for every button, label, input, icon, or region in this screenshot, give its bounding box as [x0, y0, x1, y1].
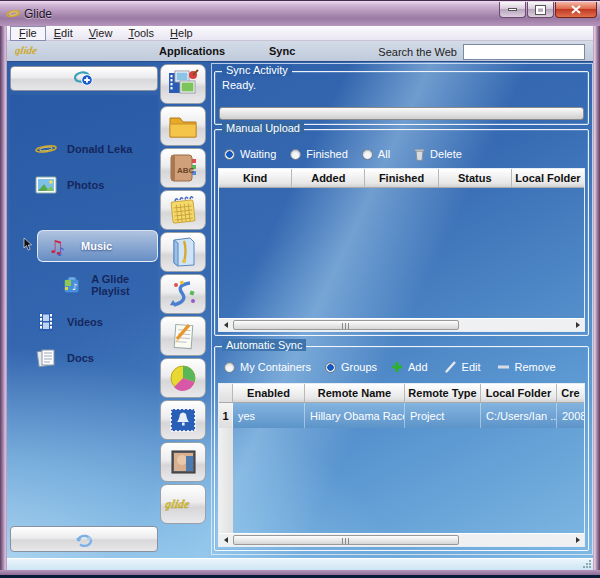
window-title: Glide — [24, 7, 52, 21]
resize-grip[interactable] — [583, 560, 591, 568]
column-header[interactable]: Finished — [365, 169, 438, 187]
manual-upload-title: Manual Upload — [222, 122, 304, 134]
application-icon-toolbar: ABC — [160, 64, 208, 526]
close-button[interactable] — [555, 2, 597, 18]
add-container-button[interactable] — [10, 66, 158, 91]
column-header[interactable]: Added — [292, 169, 365, 187]
status-bar — [7, 558, 593, 570]
radio-all[interactable] — [362, 149, 373, 160]
column-header[interactable]: Remote Type — [405, 384, 481, 402]
menu-view[interactable]: View — [81, 27, 121, 40]
window-border-left — [0, 26, 7, 575]
column-header[interactable]: Local Folder — [481, 384, 557, 402]
journal-icon — [169, 237, 197, 267]
remove-label: Remove — [515, 361, 556, 373]
plus-icon — [391, 361, 403, 373]
column-header[interactable]: Cre — [557, 384, 584, 402]
column-header[interactable]: Status — [439, 169, 512, 187]
main-area: Donald Leka Photos ♫ — [7, 62, 593, 558]
close-icon — [571, 5, 581, 14]
sync-app-button[interactable] — [160, 274, 206, 314]
radio-waiting-label: Waiting — [240, 148, 276, 160]
media-collage-button[interactable] — [160, 64, 206, 104]
manual-upload-header: Kind Added Finished Status Local Folder — [219, 169, 584, 188]
column-header[interactable]: Enabled — [233, 384, 305, 402]
manual-upload-body — [219, 188, 584, 318]
column-header[interactable]: Remote Name — [305, 384, 405, 402]
sync-now-button[interactable] — [10, 526, 158, 552]
automatic-sync-hscrollbar[interactable] — [219, 533, 584, 546]
add-circle-icon — [74, 71, 94, 86]
sidebar-item-label: Docs — [67, 352, 94, 364]
sidebar-item-playlist[interactable]: ♪ A Glide Playlist — [10, 269, 158, 301]
scrollbar-thumb[interactable] — [233, 535, 459, 545]
sidebar-item-videos[interactable]: Videos — [10, 306, 158, 338]
pie-chart-icon — [168, 364, 198, 392]
delete-label: Delete — [430, 148, 462, 160]
column-header[interactable]: Kind — [219, 169, 292, 187]
title-bar[interactable]: Glide — [0, 0, 600, 26]
delete-button[interactable]: Delete — [414, 148, 462, 161]
contacts-button[interactable]: ABC — [160, 148, 206, 188]
scroll-right-icon[interactable] — [571, 319, 584, 331]
edit-button[interactable]: Edit — [444, 361, 481, 373]
sidebar-item-docs[interactable]: Docs — [10, 342, 158, 374]
glide-logo-icon: glide — [165, 496, 201, 512]
add-button[interactable]: Add — [391, 361, 428, 373]
minimize-button[interactable] — [499, 2, 526, 18]
created-cell: 2008-05 — [557, 403, 584, 428]
search-input[interactable] — [463, 44, 585, 60]
photo-frame-icon — [168, 448, 198, 476]
menu-file[interactable]: File — [10, 26, 46, 41]
journal-button[interactable] — [160, 232, 206, 272]
radio-waiting[interactable] — [224, 149, 235, 160]
manual-upload-hscrollbar[interactable] — [219, 318, 584, 331]
radio-groups[interactable] — [325, 362, 336, 373]
scroll-left-icon[interactable] — [219, 319, 232, 331]
files-button[interactable] — [160, 106, 206, 146]
menu-tools[interactable]: Tools — [120, 27, 162, 40]
sync-progress-bar — [219, 107, 584, 120]
remote-type-cell: Project — [405, 403, 481, 428]
menu-edit[interactable]: Edit — [46, 27, 81, 40]
glide-home-button[interactable]: glide — [160, 484, 206, 524]
scroll-right-icon[interactable] — [571, 534, 584, 546]
tab-applications[interactable]: Applications — [149, 45, 235, 57]
trash-icon — [414, 148, 425, 161]
radio-finished-label: Finished — [306, 148, 348, 160]
local-folder-cell: C:/Users/Ian ... — [481, 403, 557, 428]
maximize-button[interactable] — [527, 2, 554, 18]
tab-sync[interactable]: Sync — [259, 45, 305, 57]
automatic-sync-body — [219, 428, 584, 533]
glide-gold-logo-icon — [34, 143, 58, 155]
sync-share-icon — [168, 279, 198, 309]
music-note-icon: ♫ ♪ — [48, 234, 72, 258]
sidebar-item-music[interactable]: ♫ ♪ Music — [37, 230, 158, 262]
radio-finished[interactable] — [290, 149, 301, 160]
menu-bar: File Edit View Tools Help — [7, 26, 593, 41]
menu-help[interactable]: Help — [162, 27, 201, 40]
notes-button[interactable] — [160, 316, 206, 356]
column-header[interactable]: Local Folder — [512, 169, 584, 187]
charts-button[interactable] — [160, 358, 206, 398]
stamps-button[interactable] — [160, 400, 206, 440]
refresh-icon — [73, 530, 95, 548]
maximize-icon — [536, 6, 545, 14]
photo-icon — [34, 176, 58, 194]
remote-name-cell: Hillary Obama Race — [305, 403, 405, 428]
photo-app-button[interactable] — [160, 442, 206, 482]
pencil-icon — [444, 361, 457, 373]
sidebar-item-photos[interactable]: Photos — [10, 169, 158, 201]
glide-window: Glide File Edit View Tools Help glide Ap… — [0, 0, 600, 578]
sidebar-item-user[interactable]: Donald Leka — [10, 133, 158, 165]
radio-my-containers[interactable] — [224, 362, 235, 373]
calendar-button[interactable] — [160, 190, 206, 230]
manual-upload-table: Kind Added Finished Status Local Folder — [218, 168, 585, 332]
scroll-left-icon[interactable] — [219, 534, 232, 546]
automatic-sync-controls: My Containers Groups Add — [224, 359, 572, 375]
remove-button[interactable]: Remove — [497, 361, 556, 373]
sidebar-item-label: A Glide Playlist — [91, 273, 158, 297]
sync-status-text: Ready. — [222, 79, 256, 91]
scrollbar-thumb[interactable] — [233, 320, 459, 330]
table-row[interactable]: 1 yes Hillary Obama Race Project C:/User… — [219, 403, 584, 428]
